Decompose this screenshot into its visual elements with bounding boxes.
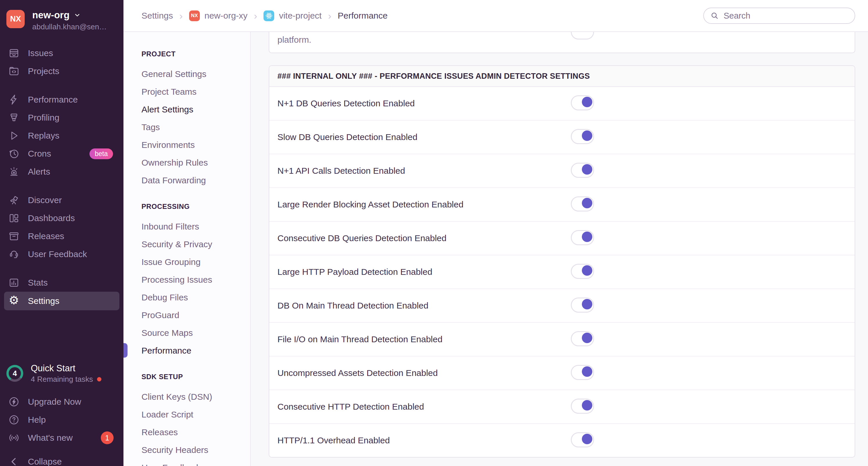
sidebar-item-label: Projects	[28, 66, 59, 76]
detector-row-label: File I/O on Main Thread Detection Enable…	[269, 334, 562, 344]
detector-row-label: N+1 DB Queries Detection Enabled	[269, 98, 562, 108]
performance-icon	[8, 94, 20, 105]
sidebar-item-projects[interactable]: Projects	[0, 62, 123, 80]
chevron-down-icon	[73, 11, 81, 19]
breadcrumb-separator: ›	[328, 11, 331, 21]
org-name: new-org	[32, 10, 69, 20]
toggle[interactable]	[571, 264, 594, 279]
profiling-icon	[8, 112, 20, 123]
sidebar-item-stats[interactable]: Stats	[0, 274, 123, 292]
breadcrumb-label: Settings	[142, 11, 173, 21]
collapse-icon	[8, 456, 20, 466]
settings-nav-item-issue-grouping[interactable]: Issue Grouping	[123, 253, 250, 271]
sidebar-item-collapse[interactable]: Collapse	[0, 453, 123, 466]
detector-row: Consecutive DB Queries Detection Enabled	[269, 222, 855, 255]
help-icon	[8, 414, 20, 426]
sidebar-item-upgrade-now[interactable]: Upgrade Now	[0, 393, 123, 411]
detector-row-label: Consecutive HTTP Detection Enabled	[269, 402, 562, 412]
toggle[interactable]	[571, 365, 594, 380]
releases-icon	[8, 230, 20, 242]
sidebar-item-releases[interactable]: Releases	[0, 227, 123, 245]
toggle[interactable]	[571, 32, 594, 39]
settings-nav-item-security-headers[interactable]: Security Headers	[123, 441, 250, 459]
sidebar-item-issues[interactable]: Issues	[0, 44, 123, 62]
sidebar-item-settings[interactable]: ⚙Settings	[4, 292, 119, 310]
sidebar-item-crons[interactable]: Cronsbeta	[0, 145, 123, 163]
toggle[interactable]	[571, 331, 594, 346]
settings-nav-item-inbound-filters[interactable]: Inbound Filters	[123, 218, 250, 235]
detector-card-header: ### INTERNAL ONLY ### - PERFORMANCE ISSU…	[269, 66, 855, 87]
sentry-settings-page: NX new-org abdullah.khan@sen… IssuesProj…	[0, 0, 868, 466]
sidebar-item-label: What's new	[28, 433, 73, 443]
detector-row: Large HTTP Payload Detection Enabled	[269, 255, 855, 289]
toggle[interactable]	[571, 95, 594, 111]
settings-nav-section-processing: PROCESSING	[142, 203, 250, 211]
breadcrumb-vite-project[interactable]: vite-project	[264, 10, 321, 21]
detector-row-label: Slow DB Queries Detection Enabled	[269, 132, 562, 142]
search-input[interactable]	[723, 11, 848, 21]
detector-row: Large Render Blocking Asset Detection En…	[269, 188, 855, 222]
detector-row: DB On Main Thread Detection Enabled	[269, 289, 855, 323]
sidebar-item-performance[interactable]: Performance	[0, 91, 123, 108]
settings-nav-item-ownership-rules[interactable]: Ownership Rules	[123, 154, 250, 172]
settings-nav-item-releases[interactable]: Releases	[123, 423, 250, 441]
notification-badge: 1	[101, 431, 114, 444]
breadcrumb-new-org-xy[interactable]: NXnew-org-xy	[189, 10, 248, 21]
quick-start-panel[interactable]: 4 Quick Start 4 Remaining tasks	[0, 364, 123, 383]
settings-nav-item-environments[interactable]: Environments	[123, 136, 250, 154]
org-switcher[interactable]: NX new-org abdullah.khan@sen…	[0, 0, 123, 31]
settings-nav-item-proguard[interactable]: ProGuard	[123, 306, 250, 324]
detector-row: N+1 DB Queries Detection Enabled	[269, 87, 855, 121]
alerts-icon	[8, 166, 20, 178]
primary-sidebar: NX new-org abdullah.khan@sen… IssuesProj…	[0, 0, 123, 466]
detector-row: HTTP/1.1 Overhead Enabled	[269, 424, 855, 457]
toggle[interactable]	[571, 129, 594, 144]
sidebar-item-what-s-new[interactable]: What's new1	[0, 429, 123, 447]
breadcrumb-label: Performance	[338, 11, 388, 21]
sidebar-item-label: Dashboards	[28, 213, 75, 223]
detector-row-label: N+1 API Calls Detection Enabled	[269, 166, 562, 176]
quick-start-subtitle: 4 Remaining tasks	[31, 375, 93, 384]
top-header: Settings›NXnew-org-xy›vite-project›Perfo…	[123, 0, 868, 32]
settings-nav-item-client-keys-dsn[interactable]: Client Keys (DSN)	[123, 388, 250, 406]
toggle[interactable]	[571, 399, 594, 414]
settings-nav-item-project-teams[interactable]: Project Teams	[123, 83, 250, 100]
sidebar-item-help[interactable]: Help	[0, 411, 123, 429]
toggle[interactable]	[571, 230, 594, 245]
toggle[interactable]	[571, 298, 594, 313]
settings-nav-item-user-feedback[interactable]: User Feedback	[123, 459, 250, 466]
sidebar-item-label: Alerts	[28, 167, 50, 177]
search-box[interactable]	[703, 7, 855, 24]
settings-nav-item-processing-issues[interactable]: Processing Issues	[123, 271, 250, 288]
dashboards-icon	[8, 212, 20, 224]
toggle[interactable]	[571, 163, 594, 178]
crons-icon	[8, 148, 20, 159]
settings-nav-item-source-maps[interactable]: Source Maps	[123, 324, 250, 342]
sidebar-item-user-feedback[interactable]: User Feedback	[0, 245, 123, 263]
settings-nav-item-performance[interactable]: Performance	[123, 342, 250, 360]
sidebar-item-label: Discover	[28, 195, 62, 205]
settings-nav-item-loader-script[interactable]: Loader Script	[123, 406, 250, 423]
breadcrumb-settings[interactable]: Settings	[142, 11, 173, 21]
toggle[interactable]	[571, 196, 594, 212]
settings-nav-item-alert-settings[interactable]: Alert Settings	[123, 100, 250, 118]
quick-start-progress-ring: 4	[6, 365, 23, 382]
settings-nav-item-general-settings[interactable]: General Settings	[123, 65, 250, 83]
settings-nav: PROJECTGeneral SettingsProject TeamsAler…	[123, 32, 251, 466]
sidebar-item-label: Replays	[28, 131, 59, 141]
sidebar-item-label: Settings	[28, 296, 59, 306]
settings-nav-item-tags[interactable]: Tags	[123, 118, 250, 136]
replays-icon	[8, 130, 20, 142]
breadcrumb-separator: ›	[254, 11, 257, 21]
sidebar-item-label: Releases	[28, 231, 64, 241]
sidebar-item-alerts[interactable]: Alerts	[0, 163, 123, 181]
settings-nav-item-data-forwarding[interactable]: Data Forwarding	[123, 172, 250, 189]
sidebar-item-profiling[interactable]: Profiling	[0, 108, 123, 127]
sidebar-item-dashboards[interactable]: Dashboards	[0, 209, 123, 227]
clipped-settings-card: platform.	[269, 32, 855, 53]
toggle[interactable]	[571, 432, 594, 447]
sidebar-item-discover[interactable]: Discover	[0, 191, 123, 209]
settings-nav-item-debug-files[interactable]: Debug Files	[123, 288, 250, 306]
settings-nav-item-security-privacy[interactable]: Security & Privacy	[123, 235, 250, 253]
sidebar-item-replays[interactable]: Replays	[0, 127, 123, 145]
